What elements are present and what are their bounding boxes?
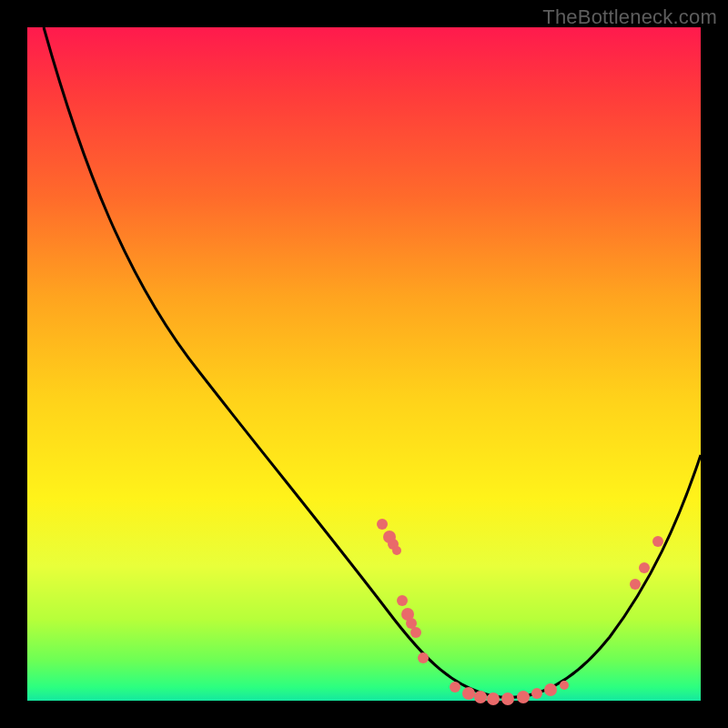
data-marker xyxy=(418,652,429,663)
data-marker xyxy=(501,693,514,705)
data-marker xyxy=(462,687,475,700)
data-marker xyxy=(377,519,388,530)
data-marker xyxy=(639,562,650,573)
data-marker xyxy=(544,683,557,696)
data-marker xyxy=(392,546,401,555)
bottleneck-curve xyxy=(44,27,701,697)
data-marker xyxy=(487,693,500,705)
attribution-label: TheBottleneck.com xyxy=(542,5,717,29)
data-marker xyxy=(474,691,487,703)
plot-area xyxy=(27,27,701,701)
data-marker xyxy=(652,536,663,547)
bottleneck-curve-svg xyxy=(27,27,701,701)
data-marker xyxy=(397,595,408,606)
marker-group xyxy=(377,519,663,705)
data-marker xyxy=(531,688,542,699)
data-marker xyxy=(410,627,421,638)
data-marker xyxy=(517,691,530,703)
data-marker xyxy=(560,681,569,690)
data-marker xyxy=(630,579,641,590)
chart-frame: TheBottleneck.com xyxy=(0,0,728,728)
data-marker xyxy=(450,682,460,693)
